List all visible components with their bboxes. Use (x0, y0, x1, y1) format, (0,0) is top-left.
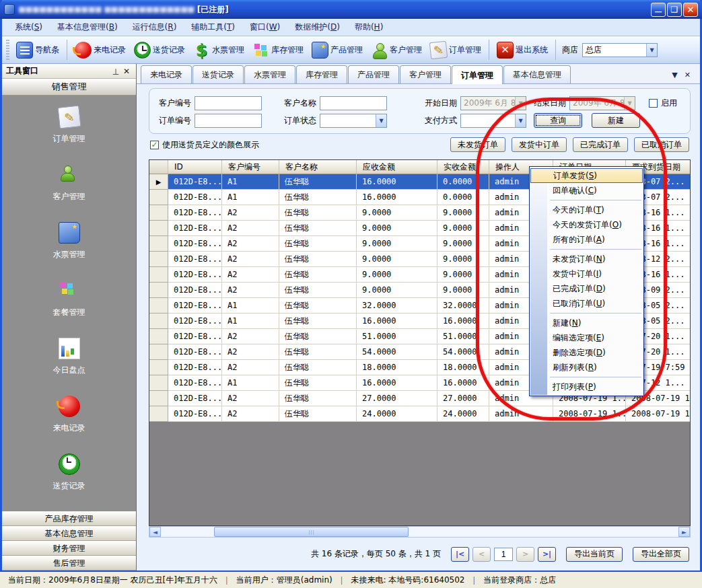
table-row[interactable]: 012D-E8...A2伍华聪24.000024.0000admin2008-0… (149, 406, 691, 422)
sidebar-item-inventory[interactable]: 套餐管理 (53, 280, 85, 338)
row-selector-cell[interactable] (149, 344, 168, 360)
context-menu-item-S[interactable]: 订单发货(S) (530, 168, 643, 183)
toolbar-button-call[interactable]: 来电记录 (71, 40, 130, 60)
menubar-item-H[interactable]: 帮助(H) (347, 20, 390, 35)
tab-送货记录[interactable]: 送货记录 (192, 65, 244, 83)
tab-客户管理[interactable]: 客户管理 (400, 65, 451, 83)
order-filter-button[interactable]: 未发货订单 (450, 137, 505, 152)
context-menu-item-N[interactable]: 新建(N) (530, 316, 643, 330)
tab-来电记录[interactable]: 来电记录 (141, 65, 192, 83)
sidebar-item-order[interactable]: 订单管理 (53, 106, 85, 164)
tab-库存管理[interactable]: 库存管理 (296, 65, 347, 83)
color-display-checkbox[interactable]: 使用送货员定义的颜色展示 (150, 139, 259, 151)
sidebar-panel[interactable]: 财务管理 (2, 541, 136, 556)
toolbar-grip[interactable] (6, 40, 9, 60)
row-selector-cell[interactable] (149, 205, 168, 221)
chevron-down-icon[interactable]: ▼ (515, 114, 526, 127)
row-selector-cell[interactable] (149, 360, 168, 375)
toolbar-button-water[interactable]: 水票管理 (189, 40, 248, 60)
customer-name-input[interactable] (320, 96, 387, 110)
chevron-down-icon[interactable]: ▼ (376, 114, 386, 127)
context-menu-item-D[interactable]: 删除选定项(D) (530, 345, 643, 360)
context-menu-item-O[interactable]: 今天的发货订单(O) (530, 217, 643, 232)
context-menu-item-E[interactable]: 编辑选定项(E) (530, 330, 643, 345)
row-selector-cell[interactable] (149, 190, 168, 205)
tab-产品管理[interactable]: 产品管理 (348, 65, 399, 83)
new-button[interactable]: 新建 (592, 113, 640, 128)
order-status-select[interactable]: ▼ (320, 114, 387, 128)
context-menu-item-P[interactable]: 打印列表(P) (530, 379, 643, 394)
tab-基本信息管理[interactable]: 基本信息管理 (503, 65, 571, 83)
shop-select[interactable]: 总店 ▼ (582, 43, 658, 57)
menubar-item-B[interactable]: 基本信息管理(B) (50, 20, 125, 35)
horizontal-scrollbar[interactable]: ◄ ► (149, 526, 691, 538)
first-page-button[interactable]: |< (451, 547, 469, 562)
context-menu-item-R[interactable]: 刷新列表(R) (530, 360, 643, 375)
query-button[interactable]: 查询 (534, 113, 582, 128)
scrollbar-thumb[interactable] (214, 527, 409, 537)
row-selector-cell[interactable] (149, 236, 168, 252)
context-menu-item-C[interactable]: 回单确认(C) (530, 183, 643, 198)
column-header[interactable]: 客户名称 (279, 160, 357, 174)
row-selector-cell[interactable] (149, 375, 168, 391)
tab-水票管理[interactable]: 水票管理 (244, 65, 295, 83)
column-header[interactable]: 客户编号 (222, 160, 279, 174)
row-selector-cell[interactable] (149, 314, 168, 329)
prev-page-button[interactable]: < (472, 547, 491, 562)
customer-no-input[interactable] (195, 96, 262, 110)
sidebar-group-header[interactable]: 销售管理 (2, 79, 136, 96)
close-icon[interactable]: ✕ (121, 67, 132, 76)
column-header[interactable]: 应收金额 (357, 160, 437, 174)
enable-date-checkbox[interactable]: 启用 (649, 98, 677, 109)
tab-list-dropdown-icon[interactable]: ▼ (672, 71, 677, 79)
context-menu-item-N[interactable]: 未发货订单(N) (530, 252, 643, 266)
order-filter-button[interactable]: 已取消订单 (634, 137, 689, 152)
sidebar-panel[interactable]: 基本信息管理 (2, 526, 136, 541)
close-button[interactable] (683, 3, 698, 17)
menubar-item-T[interactable]: 辅助工具(T) (184, 20, 242, 35)
toolbar-button-navigator[interactable]: 导航条 (12, 40, 63, 60)
minimize-button[interactable] (651, 3, 666, 17)
next-page-button[interactable]: > (516, 547, 534, 562)
menubar-item-R[interactable]: 运行信息(R) (125, 20, 184, 35)
sidebar-panel[interactable]: 产品库存管理 (2, 511, 136, 526)
row-selector-cell[interactable]: ▶ (149, 174, 168, 190)
toolbar-button-inventory[interactable]: 库存管理 (248, 40, 308, 60)
menubar-item-D[interactable]: 数据维护(D) (287, 20, 347, 35)
last-page-button[interactable]: >| (538, 547, 556, 562)
sidebar-panel[interactable]: 售后管理 (2, 556, 136, 571)
column-header[interactable]: 实收金额 (437, 160, 489, 174)
row-selector-cell[interactable] (149, 283, 168, 298)
payment-select[interactable]: ▼ (460, 114, 526, 128)
context-menu-item-I[interactable]: 发货中订单(I) (530, 266, 643, 281)
toolbar-button-order[interactable]: 订单管理 (426, 40, 485, 60)
sidebar-item-delivery[interactable]: 送货记录 (53, 453, 85, 511)
tab-订单管理[interactable]: 订单管理 (452, 65, 503, 84)
pin-icon[interactable]: ⊤ (110, 67, 121, 76)
maximize-button[interactable] (667, 3, 682, 17)
menubar-item-S[interactable]: 系统(S) (7, 20, 50, 35)
page-number-input[interactable] (494, 548, 513, 561)
context-menu-item-A[interactable]: 所有的订单(A) (530, 232, 643, 247)
toolbar-button-product[interactable]: 产品管理 (308, 40, 367, 60)
row-selector-cell[interactable] (149, 406, 168, 422)
order-filter-button[interactable]: 已完成订单 (573, 137, 628, 152)
row-selector-cell[interactable] (149, 221, 168, 236)
scroll-left-icon[interactable]: ◄ (149, 527, 161, 537)
context-menu-item-D[interactable]: 已完成订单(D) (530, 281, 643, 296)
export-current-page-button[interactable]: 导出当前页 (566, 547, 623, 562)
order-no-input[interactable] (195, 114, 262, 128)
order-filter-button[interactable]: 发货中订单 (512, 137, 567, 152)
end-date-picker[interactable]: 2009年 6月 8日 ▼ (569, 96, 635, 110)
context-menu-item-T[interactable]: 今天的订单(T) (530, 203, 643, 217)
row-selector-cell[interactable] (149, 298, 168, 314)
context-menu-item-U[interactable]: 已取消订单(U) (530, 296, 643, 311)
sidebar-item-call[interactable]: 来电记录 (53, 396, 85, 453)
column-header[interactable]: ID (168, 160, 222, 174)
sidebar-item-customer[interactable]: 客户管理 (53, 164, 85, 222)
scroll-right-icon[interactable]: ► (678, 527, 690, 537)
row-selector-cell[interactable] (149, 252, 168, 267)
start-date-picker[interactable]: 2009年 6月 8日 ▼ (460, 96, 526, 110)
toolbar-button-exit[interactable]: 退出系统 (493, 40, 552, 60)
export-all-pages-button[interactable]: 导出全部页 (633, 547, 689, 562)
